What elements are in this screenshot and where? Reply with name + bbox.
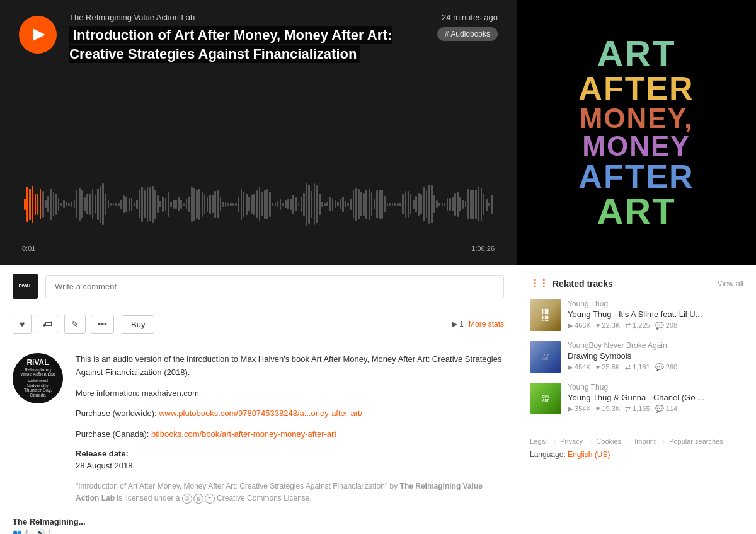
artist-followers: 👥 4 🔊 1 bbox=[13, 529, 504, 534]
repost-button[interactable] bbox=[37, 316, 59, 332]
album-art-line-5: AFTER bbox=[578, 160, 694, 193]
artist-avatar: RiVAL ReImaginingValue Action Lab Lakehe… bbox=[13, 353, 63, 403]
like-button[interactable]: ♥ bbox=[13, 315, 32, 334]
action-bar: ♥ ✎ ••• Buy ▶ 1 More stats bbox=[0, 308, 517, 340]
related-stats-2: ▶ 454K ♥ 25.8K ⇄ 1,181 💬 260 bbox=[568, 363, 743, 371]
cc-icon-3: = bbox=[205, 494, 215, 504]
play-button[interactable] bbox=[19, 16, 57, 54]
related-track-name-1[interactable]: Young Thug - It's A Slime feat. Lil U... bbox=[568, 310, 743, 319]
purchase-link-worldwide[interactable]: www.plutobooks.com/9780745338248/a...one… bbox=[159, 409, 362, 418]
description-content: This is an audio version of the introduc… bbox=[76, 353, 504, 504]
time-labels: 0:01 1:06:26 bbox=[19, 245, 498, 252]
related-track-3[interactable]: GUNART Young Thug Young Thug & Gunna - C… bbox=[530, 383, 743, 414]
release-date-value: 28 August 2018 bbox=[76, 461, 504, 470]
purchase-link-canada[interactable]: btlbooks.com/book/art-after-money-money-… bbox=[151, 429, 336, 439]
cc-icon-1: © bbox=[182, 494, 192, 504]
total-time: 1:06:26 bbox=[471, 245, 495, 252]
user-avatar-small: RiVAL bbox=[13, 274, 38, 299]
description-text-1: This is an audio version of the introduc… bbox=[76, 353, 504, 380]
description-area: RiVAL ReImaginingValue Action Lab Lakehe… bbox=[0, 340, 517, 517]
bottom-section: RiVAL ♥ ✎ ••• Buy ▶ 1 More stats bbox=[0, 265, 756, 534]
footer-link-legal[interactable]: Legal bbox=[530, 438, 547, 445]
related-info-1: Young Thug Young Thug - It's A Slime fea… bbox=[568, 299, 743, 331]
album-art-line-3: MONEY, bbox=[578, 105, 694, 132]
track-label: The ReImagining Value Action Lab bbox=[69, 13, 425, 22]
related-title: Related tracks bbox=[530, 277, 613, 289]
footer-link-popular[interactable]: Popular searches bbox=[669, 438, 723, 445]
related-artist-2: YoungBoy Never Broke Again bbox=[568, 341, 743, 350]
track-count: 🔊 1 bbox=[36, 529, 52, 534]
related-thumb-2: CITYIMG bbox=[530, 341, 561, 373]
description-text-2: More information: maxhaiven.com bbox=[76, 387, 504, 400]
edit-button[interactable]: ✎ bbox=[64, 315, 86, 334]
description-text-4: Purchase (Canada): btlbooks.com/book/art… bbox=[76, 428, 504, 441]
cc-icon-2: $ bbox=[193, 494, 203, 504]
player-main: The ReImagining Value Action Lab Introdu… bbox=[0, 0, 517, 265]
waveform-container[interactable] bbox=[19, 166, 498, 242]
track-meta: 24 minutes ago # Audiobooks bbox=[437, 13, 498, 41]
album-art: ART AFTER MONEY, MONEY AFTER ART bbox=[517, 0, 756, 265]
related-track-2[interactable]: CITYIMG YoungBoy Never Broke Again Drawi… bbox=[530, 341, 743, 373]
follower-count: 👥 4 bbox=[13, 529, 28, 534]
description-text-3: Purchase (worldwide): www.plutobooks.com… bbox=[76, 407, 504, 421]
related-artist-3: Young Thug bbox=[568, 383, 743, 392]
left-panel: RiVAL ♥ ✎ ••• Buy ▶ 1 More stats bbox=[0, 265, 517, 534]
footer-links: Legal · Privacy · Cookies · Imprint · Po… bbox=[530, 427, 743, 459]
right-panel: Related tracks View all ⣿⣿⣿⣿⣿⣿⣿⣿⣿ Young … bbox=[517, 265, 756, 534]
track-time-ago: 24 minutes ago bbox=[437, 13, 498, 22]
current-time: 0:01 bbox=[22, 245, 35, 252]
buy-button[interactable]: Buy bbox=[122, 315, 154, 334]
view-all-button[interactable]: View all bbox=[718, 279, 743, 288]
artist-avatar-text: RiVAL ReImaginingValue Action Lab Lakehe… bbox=[16, 359, 59, 397]
artist-name[interactable]: The ReImagining... bbox=[13, 517, 504, 526]
player-section: The ReImagining Value Action Lab Introdu… bbox=[0, 0, 756, 265]
footer-language: Language: English (US) bbox=[530, 450, 743, 459]
related-info-2: YoungBoy Never Broke Again Drawing Symbo… bbox=[568, 341, 743, 373]
album-art-line-2: AFTER bbox=[578, 72, 694, 105]
footer-link-privacy[interactable]: Privacy bbox=[560, 438, 583, 445]
related-stats-1: ▶ 466K ♥ 22.3K ⇄ 1,225 💬 208 bbox=[568, 322, 743, 330]
license-text: "Introduction of Art After Money, Money … bbox=[76, 480, 504, 504]
artist-footer: The ReImagining... 👥 4 🔊 1 bbox=[0, 517, 517, 534]
release-date-label: Release date: bbox=[76, 449, 504, 458]
related-info-3: Young Thug Young Thug & Gunna - Chanel (… bbox=[568, 383, 743, 414]
comment-input[interactable] bbox=[45, 275, 504, 298]
related-track-name-3[interactable]: Young Thug & Gunna - Chanel (Go ... bbox=[568, 393, 743, 402]
album-art-line-6: ART bbox=[578, 193, 694, 229]
album-art-line-4: MONEY bbox=[578, 132, 694, 160]
related-track-name-2[interactable]: Drawing Symbols bbox=[568, 351, 743, 361]
track-title: Introduction of Art After Money, Money A… bbox=[69, 26, 425, 63]
related-artist-1: Young Thug bbox=[568, 299, 743, 308]
language-selector[interactable]: English (US) bbox=[568, 450, 610, 459]
related-stats-3: ▶ 354K ♥ 19.3K ⇄ 1,165 💬 114 bbox=[568, 405, 743, 413]
related-thumb-3: GUNART bbox=[530, 383, 561, 414]
waveform-area[interactable]: 0:01 1:06:26 bbox=[19, 76, 498, 252]
album-art-line-1: ART bbox=[578, 35, 694, 72]
related-track-1[interactable]: ⣿⣿⣿⣿⣿⣿⣿⣿⣿ Young Thug Young Thug - It's A… bbox=[530, 299, 743, 331]
comment-bar: RiVAL bbox=[0, 265, 517, 308]
avatar-text: RiVAL bbox=[19, 284, 32, 289]
related-thumb-1: ⣿⣿⣿⣿⣿⣿⣿⣿⣿ bbox=[530, 299, 561, 331]
cc-icons: © $ = bbox=[182, 494, 215, 504]
footer-link-cookies[interactable]: Cookies bbox=[596, 438, 621, 445]
footer-link-imprint[interactable]: Imprint bbox=[634, 438, 656, 445]
album-art-text: ART AFTER MONEY, MONEY AFTER ART bbox=[566, 23, 706, 242]
tag-badge[interactable]: # Audiobooks bbox=[437, 27, 498, 41]
more-stats-button[interactable]: More stats bbox=[469, 320, 504, 328]
play-count: ▶ 1 bbox=[452, 320, 464, 328]
track-info-block: The ReImagining Value Action Lab Introdu… bbox=[69, 13, 425, 63]
player-header: The ReImagining Value Action Lab Introdu… bbox=[19, 13, 498, 63]
related-header: Related tracks View all bbox=[530, 277, 743, 289]
more-button[interactable]: ••• bbox=[91, 315, 114, 334]
